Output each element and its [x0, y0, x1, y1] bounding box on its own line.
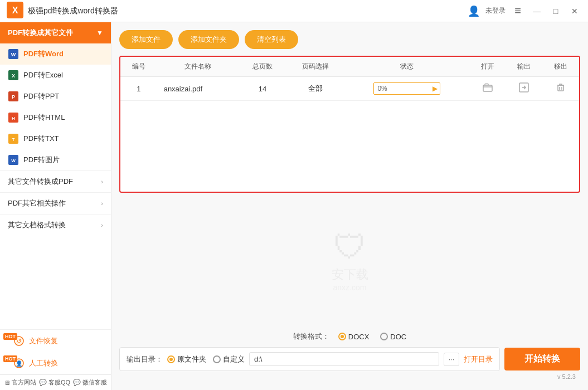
clear-list-button[interactable]: 清空列表: [245, 30, 298, 49]
cell-status: 0% ▶: [345, 77, 469, 101]
format-doc-option[interactable]: DOC: [380, 333, 406, 341]
excel-icon: X: [8, 70, 19, 81]
file-table: 编号 文件名称 总页数 页码选择 状态 打开 输出 移出 1 anxaizai.…: [120, 57, 579, 101]
wechat-service-label: 微信客服: [82, 378, 107, 387]
add-folder-button[interactable]: 添加文件夹: [178, 30, 239, 49]
user-icon: 👤: [468, 5, 480, 17]
sidebar-section-doc-convert[interactable]: 其它文档格式转换 ›: [0, 214, 111, 236]
sidebar-section-pdf-ops[interactable]: PDF其它相关操作 ›: [0, 192, 111, 214]
output-label: 输出目录：: [127, 354, 163, 364]
sidebar-item-pdf-to-txt[interactable]: T PDF转TXT: [0, 128, 111, 149]
sidebar-header: PDF转换成其它文件 ▼: [0, 22, 111, 43]
format-docx-radio[interactable]: [338, 333, 346, 340]
format-docx-label: DOCX: [348, 333, 370, 341]
hot-badge-recovery: HOT: [3, 333, 17, 340]
col-header-status: 状态: [345, 57, 469, 77]
col-header-page-select: 页码选择: [286, 57, 345, 77]
watermark-area: 🛡 安下载 anxz.com: [119, 193, 580, 328]
cell-id: 1: [120, 77, 157, 101]
output-browse-button[interactable]: ···: [444, 353, 459, 366]
app-logo: X: [7, 2, 23, 20]
output-radio-group: 原文件夹 自定义: [167, 354, 245, 364]
qq-icon: 💬: [39, 379, 47, 386]
sidebar-section-to-pdf[interactable]: 其它文件转换成PDF ›: [0, 170, 111, 192]
open-dir-button[interactable]: 打开目录: [464, 354, 493, 364]
col-header-open: 打开: [469, 57, 506, 77]
svg-text:X: X: [12, 6, 18, 15]
window-controls: 👤 未登录 ≡ — □ ✕: [468, 4, 581, 18]
svg-text:X: X: [12, 73, 15, 79]
watermark-icon: 🛡: [332, 228, 368, 266]
sidebar-item-pdf-to-img-label: PDF转图片: [23, 155, 60, 165]
output-original-option[interactable]: 原文件夹: [167, 354, 206, 364]
format-doc-label: DOC: [390, 333, 406, 341]
open-folder-icon[interactable]: [483, 82, 493, 95]
toolbar: 添加文件 添加文件夹 清空列表: [119, 30, 580, 49]
add-file-button[interactable]: 添加文件: [119, 30, 173, 49]
col-header-output: 输出: [506, 57, 543, 77]
output-icon[interactable]: [519, 82, 529, 95]
html-icon: H: [8, 112, 19, 123]
manual-convert-btn[interactable]: HOT 👤 人工转换: [0, 352, 111, 374]
output-custom-option[interactable]: 自定义: [213, 354, 245, 364]
delete-icon[interactable]: [556, 82, 566, 95]
col-header-id: 编号: [120, 57, 157, 77]
svg-text:↺: ↺: [17, 338, 21, 344]
svg-text:T: T: [12, 137, 15, 142]
bottom-area: 转换格式： DOCX DOC 输出目录：: [119, 327, 580, 371]
maximize-btn[interactable]: □: [549, 4, 562, 18]
output-original-radio[interactable]: [167, 355, 175, 363]
cell-open: [469, 77, 506, 101]
manual-convert-label: 人工转换: [29, 358, 58, 368]
col-header-filename: 文件名称: [157, 57, 239, 77]
format-doc-radio[interactable]: [380, 333, 388, 340]
format-label: 转换格式：: [293, 332, 329, 342]
sidebar-item-pdf-to-ppt[interactable]: P PDF转PPT: [0, 86, 111, 107]
sidebar-item-pdf-to-word[interactable]: W PDF转Word: [0, 43, 111, 65]
official-site-link[interactable]: 🖥 官方网站: [4, 378, 36, 387]
file-recovery-btn[interactable]: HOT ↺ 文件恢复: [0, 330, 111, 352]
official-site-label: 官方网站: [12, 378, 36, 387]
word-icon: W: [8, 48, 19, 60]
sidebar-section-doc-convert-label: 其它文档格式转换: [8, 220, 66, 230]
cell-remove: [542, 77, 579, 101]
progress-play-icon[interactable]: ▶: [433, 85, 438, 92]
sidebar-item-pdf-to-excel[interactable]: X PDF转Excel: [0, 65, 111, 86]
page-selection-value: 全部: [308, 84, 323, 92]
format-row: 转换格式： DOCX DOC: [119, 332, 580, 342]
cell-page-select[interactable]: 全部: [286, 77, 345, 101]
user-label: 未登录: [485, 6, 506, 16]
output-custom-label: 自定义: [223, 354, 245, 364]
sidebar-item-pdf-to-img[interactable]: W PDF转图片: [0, 149, 111, 170]
svg-text:P: P: [12, 94, 15, 100]
close-btn[interactable]: ✕: [568, 4, 581, 18]
sidebar-item-pdf-to-txt-label: PDF转TXT: [23, 134, 59, 144]
start-convert-button[interactable]: 开始转换: [504, 348, 580, 370]
sidebar-item-pdf-to-html[interactable]: H PDF转HTML: [0, 107, 111, 128]
wechat-service-link[interactable]: 💬 微信客服: [73, 378, 107, 387]
svg-text:H: H: [12, 116, 15, 121]
output-custom-radio[interactable]: [213, 355, 221, 363]
ppt-icon: P: [8, 91, 19, 102]
sidebar-header-label: PDF转换成其它文件: [8, 28, 73, 38]
output-original-label: 原文件夹: [177, 354, 206, 364]
cell-output: [506, 77, 543, 101]
progress-bar: 0% ▶: [373, 82, 440, 95]
img-icon: W: [8, 154, 19, 165]
output-path-input[interactable]: [249, 352, 439, 366]
cell-pages: 14: [239, 77, 286, 101]
svg-text:W: W: [11, 158, 16, 163]
watermark-text: 安下载: [332, 266, 368, 283]
minimize-btn[interactable]: —: [530, 4, 543, 18]
qq-service-label: 客服QQ: [48, 378, 70, 387]
sidebar-section-pdf-ops-label: PDF其它相关操作: [8, 198, 66, 208]
col-header-remove: 移出: [542, 57, 579, 77]
file-table-container: 编号 文件名称 总页数 页码选择 状态 打开 输出 移出 1 anxaizai.…: [119, 56, 580, 193]
txt-icon: T: [8, 133, 19, 144]
sidebar-item-pdf-to-word-label: PDF转Word: [23, 49, 64, 59]
menu-icon[interactable]: ≡: [511, 4, 524, 18]
version-text: v 5.2.3: [119, 371, 580, 382]
sidebar-item-pdf-to-html-label: PDF转HTML: [23, 113, 65, 123]
qq-service-link[interactable]: 💬 客服QQ: [39, 378, 70, 387]
format-docx-option[interactable]: DOCX: [338, 333, 370, 341]
